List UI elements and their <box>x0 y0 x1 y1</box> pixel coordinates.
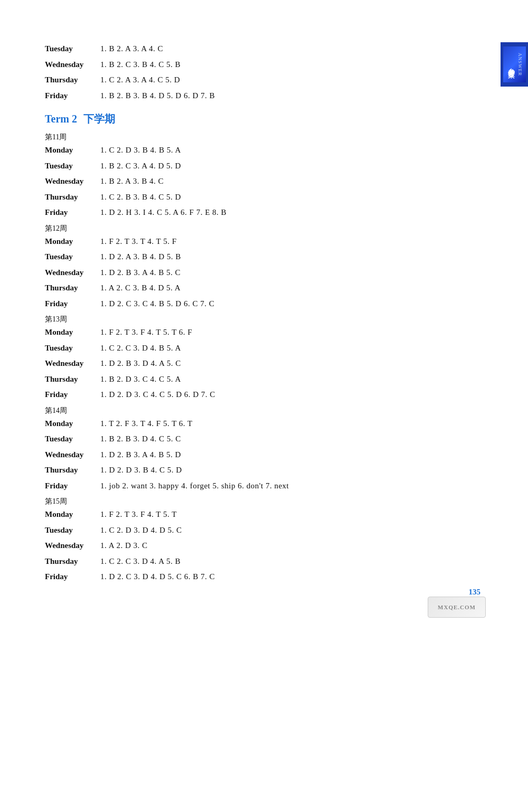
answers: 1. C 2. D 3. D 4. D 5. C <box>100 524 480 537</box>
term2-heading: Term 2 下学期 <box>45 112 480 126</box>
day-label: Thursday <box>45 555 100 569</box>
day-label: Monday <box>45 144 100 157</box>
page: ANSWER 参考答案 Tuesday1. B 2. A 3. A 4. CWe… <box>0 0 528 628</box>
answers: 1. B 2. A 3. B 4. C <box>100 175 480 188</box>
page-number: 135 <box>469 588 481 597</box>
answer-row: Monday1. C 2. D 3. B 4. B 5. A <box>45 144 480 157</box>
answers: 1. B 2. B 3. B 4. D 5. D 6. D 7. B <box>100 89 480 103</box>
day-label: Monday <box>45 508 100 522</box>
answers: 1. D 2. A 3. B 4. D 5. B <box>100 250 480 264</box>
day-label: Friday <box>45 297 100 311</box>
answer-row: Thursday1. B 2. D 3. C 4. C 5. A <box>45 373 480 386</box>
answer-row: Tuesday1. B 2. C 3. A 4. D 5. D <box>45 159 480 173</box>
day-label: Friday <box>45 89 100 103</box>
answers: 1. C 2. C 3. D 4. A 5. B <box>100 555 480 569</box>
answers: 1. B 2. C 3. B 4. C 5. B <box>100 58 480 72</box>
answer-row: Monday1. F 2. T 3. F 4. T 5. T <box>45 508 480 522</box>
day-label: Wednesday <box>45 58 100 72</box>
answers: 1. D 2. B 3. D 4. A 5. C <box>100 357 480 371</box>
answers: 1. F 2. T 3. T 4. T 5. F <box>100 235 480 249</box>
answers: 1. D 2. D 3. C 4. C 5. D 6. D 7. C <box>100 388 480 402</box>
answer-row: Wednesday1. D 2. B 3. A 4. B 5. C <box>45 266 480 280</box>
answers: 1. C 2. B 3. B 4. C 5. D <box>100 191 480 204</box>
answer-row: Friday1. D 2. H 3. I 4. C 5. A 6. F 7. E… <box>45 206 480 220</box>
week-heading: 第15周 <box>45 497 480 506</box>
answer-row: Friday1. B 2. B 3. B 4. D 5. D 6. D 7. B <box>45 89 480 103</box>
answers: 1. F 2. T 3. F 4. T 5. T 6. F <box>100 326 480 339</box>
answers: 1. B 2. C 3. A 4. D 5. D <box>100 159 480 173</box>
badge-en: ANSWER <box>517 53 523 76</box>
answer-row: Thursday1. C 2. A 3. A 4. C 5. D <box>45 73 480 87</box>
day-label: Thursday <box>45 464 100 477</box>
answer-row: Tuesday1. B 2. A 3. A 4. C <box>45 42 480 56</box>
answer-row: Thursday1. C 2. C 3. D 4. A 5. B <box>45 555 480 569</box>
answer-row: Monday1. T 2. F 3. T 4. F 5. T 6. T <box>45 417 480 431</box>
answers: 1. D 2. H 3. I 4. C 5. A 6. F 7. E 8. B <box>100 206 480 220</box>
term2-weeks: 第11周Monday1. C 2. D 3. B 4. B 5. ATuesda… <box>45 133 480 584</box>
answer-row: Thursday1. A 2. C 3. B 4. D 5. A <box>45 281 480 295</box>
day-label: Friday <box>45 388 100 402</box>
day-label: Tuesday <box>45 432 100 446</box>
week-heading: 第12周 <box>45 224 480 233</box>
answers: 1. T 2. F 3. T 4. F 5. T 6. T <box>100 417 480 431</box>
answer-row: Friday1. D 2. C 3. D 4. D 5. C 6. B 7. C <box>45 570 480 584</box>
top-section: Tuesday1. B 2. A 3. A 4. CWednesday1. B … <box>45 42 480 102</box>
answer-row: Tuesday1. B 2. B 3. D 4. C 5. C <box>45 432 480 446</box>
answers: 1. D 2. B 3. A 4. B 5. C <box>100 266 480 280</box>
day-label: Friday <box>45 206 100 220</box>
answer-row: Thursday1. D 2. D 3. B 4. C 5. D <box>45 464 480 477</box>
answer-badge: ANSWER 参考答案 <box>501 42 528 87</box>
day-label: Wednesday <box>45 357 100 371</box>
watermark-text: MXQE.COM <box>438 604 476 610</box>
answer-row: Thursday1. C 2. B 3. B 4. C 5. D <box>45 191 480 204</box>
day-label: Wednesday <box>45 539 100 553</box>
day-label: Monday <box>45 417 100 431</box>
answers: 1. C 2. A 3. A 4. C 5. D <box>100 73 480 87</box>
answer-row: Wednesday1. D 2. B 3. A 4. B 5. D <box>45 448 480 462</box>
day-label: Wednesday <box>45 266 100 280</box>
answer-row: Wednesday1. A 2. D 3. C <box>45 539 480 553</box>
answers: 1. C 2. D 3. B 4. B 5. A <box>100 144 480 157</box>
answers: 1. A 2. D 3. C <box>100 539 480 553</box>
watermark: MXQE.COM <box>428 597 486 618</box>
answers: 1. F 2. T 3. F 4. T 5. T <box>100 508 480 522</box>
answers: 1. C 2. C 3. D 4. B 5. A <box>100 342 480 355</box>
week-heading: 第11周 <box>45 133 480 142</box>
day-label: Tuesday <box>45 159 100 173</box>
answer-row: Monday1. F 2. T 3. T 4. T 5. F <box>45 235 480 249</box>
day-label: Tuesday <box>45 42 100 56</box>
answers: 1. B 2. B 3. D 4. C 5. C <box>100 432 480 446</box>
day-label: Friday <box>45 479 100 493</box>
answers: 1. D 2. D 3. B 4. C 5. D <box>100 464 480 477</box>
answer-row: Tuesday1. C 2. D 3. D 4. D 5. C <box>45 524 480 537</box>
answer-row: Friday1. job 2. want 3. happy 4. forget … <box>45 479 480 493</box>
answer-row: Monday1. F 2. T 3. F 4. T 5. T 6. F <box>45 326 480 339</box>
day-label: Tuesday <box>45 342 100 355</box>
answer-row: Wednesday1. D 2. B 3. D 4. A 5. C <box>45 357 480 371</box>
answer-row: Tuesday1. D 2. A 3. B 4. D 5. B <box>45 250 480 264</box>
answers: 1. D 2. B 3. A 4. B 5. D <box>100 448 480 462</box>
term2-zh: 下学期 <box>83 112 115 126</box>
answer-row: Friday1. D 2. C 3. C 4. B 5. D 6. C 7. C <box>45 297 480 311</box>
day-label: Friday <box>45 570 100 584</box>
answer-row: Wednesday1. B 2. C 3. B 4. C 5. B <box>45 58 480 72</box>
day-label: Wednesday <box>45 175 100 188</box>
answer-row: Wednesday1. B 2. A 3. B 4. C <box>45 175 480 188</box>
day-label: Monday <box>45 235 100 249</box>
week-heading: 第13周 <box>45 315 480 324</box>
answer-row: Friday1. D 2. D 3. C 4. C 5. D 6. D 7. C <box>45 388 480 402</box>
answers: 1. B 2. D 3. C 4. C 5. A <box>100 373 480 386</box>
answer-row: Tuesday1. C 2. C 3. D 4. B 5. A <box>45 342 480 355</box>
badge-zh: 参考答案 <box>506 62 516 67</box>
answers: 1. D 2. C 3. C 4. B 5. D 6. C 7. C <box>100 297 480 311</box>
day-label: Thursday <box>45 373 100 386</box>
answers: 1. A 2. C 3. B 4. D 5. A <box>100 281 480 295</box>
day-label: Thursday <box>45 191 100 204</box>
week-heading: 第14周 <box>45 406 480 416</box>
day-label: Tuesday <box>45 250 100 264</box>
answers: 1. D 2. C 3. D 4. D 5. C 6. B 7. C <box>100 570 480 584</box>
day-label: Tuesday <box>45 524 100 537</box>
answers: 1. B 2. A 3. A 4. C <box>100 42 480 56</box>
day-label: Thursday <box>45 73 100 87</box>
day-label: Thursday <box>45 281 100 295</box>
